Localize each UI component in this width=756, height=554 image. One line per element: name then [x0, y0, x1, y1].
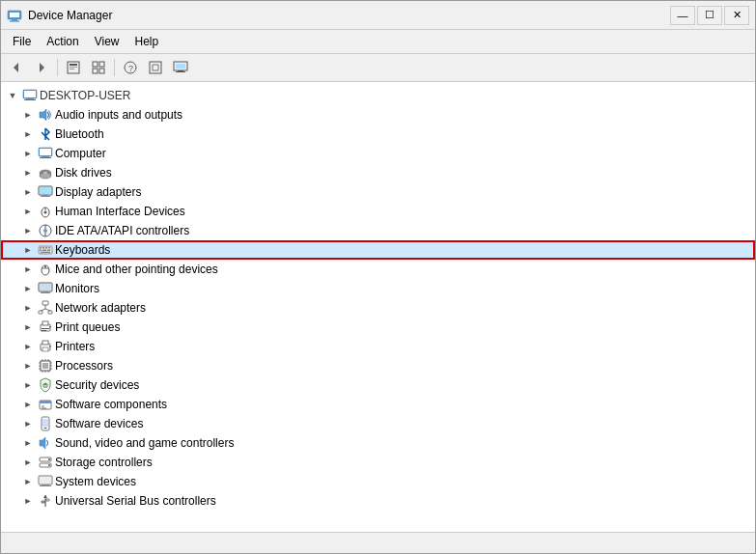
- svg-rect-51: [42, 250, 46, 252]
- network-icon: [38, 300, 53, 316]
- tree-item-sound[interactable]: ► Sound, video and game controllers: [1, 433, 755, 453]
- tree-item-system-devices[interactable]: ► System devices: [1, 472, 755, 491]
- menu-file[interactable]: File: [5, 32, 39, 51]
- svg-rect-60: [42, 291, 48, 292]
- print-queues-expand-icon: ►: [20, 319, 36, 335]
- tree-item-display[interactable]: ► Display adapters: [1, 182, 755, 202]
- audio-expand-icon: ►: [20, 107, 36, 123]
- toolbar-help-button[interactable]: ?: [119, 57, 142, 78]
- software-components-expand-icon: ►: [20, 397, 36, 412]
- svg-rect-52: [47, 250, 50, 252]
- svg-rect-108: [40, 485, 51, 486]
- disk-expand-icon: ►: [20, 165, 36, 180]
- sound-icon: [38, 435, 53, 451]
- svg-marker-100: [40, 437, 45, 449]
- toolbar-separator-1: [57, 59, 58, 76]
- svg-rect-62: [42, 301, 48, 305]
- storage-label: Storage controllers: [55, 456, 153, 469]
- storage-expand-icon: ►: [20, 455, 36, 470]
- root-expand-icon: ▼: [5, 88, 20, 103]
- storage-icon: [38, 455, 53, 470]
- toolbar-update-button[interactable]: [87, 57, 110, 78]
- network-expand-icon: ►: [20, 300, 36, 316]
- display-icon: [38, 184, 53, 200]
- svg-rect-74: [42, 341, 48, 345]
- svg-rect-72: [49, 326, 51, 328]
- tree-view[interactable]: ▼ DESKTOP-USER ►: [1, 82, 755, 532]
- tree-item-print-queues[interactable]: ► Print queues: [1, 318, 755, 337]
- printers-expand-icon: ►: [20, 339, 36, 354]
- root-computer-icon: [22, 88, 38, 103]
- menu-view[interactable]: View: [87, 32, 127, 51]
- computer-label: Computer: [55, 147, 106, 160]
- toolbar-back-button[interactable]: [5, 57, 28, 78]
- title-bar: Device Manager — ☐ ✕: [1, 1, 755, 30]
- tree-item-monitors[interactable]: ► Monitors: [1, 279, 755, 298]
- tree-item-usb[interactable]: ► Universal Serial Bus controllers: [1, 491, 755, 511]
- svg-rect-37: [41, 196, 50, 197]
- printers-label: Printers: [55, 340, 95, 353]
- svg-rect-49: [48, 247, 50, 249]
- toolbar-forward-button[interactable]: [30, 57, 53, 78]
- svg-rect-70: [42, 328, 49, 329]
- tree-item-ide[interactable]: ► IDE ATA/ATAPI controllers: [1, 221, 755, 240]
- minimize-button[interactable]: —: [670, 6, 695, 25]
- tree-item-keyboards[interactable]: ► Keyboards: [1, 240, 755, 260]
- tree-item-storage[interactable]: ► Storage controllers: [1, 453, 755, 472]
- sound-label: Sound, video and game controllers: [55, 436, 234, 450]
- menu-action[interactable]: Action: [39, 32, 86, 51]
- svg-rect-29: [40, 157, 51, 158]
- usb-label: Universal Serial Bus controllers: [55, 494, 216, 508]
- svg-rect-10: [93, 62, 98, 67]
- svg-rect-69: [42, 321, 48, 325]
- tree-item-processors[interactable]: ►: [1, 356, 755, 375]
- display-label: Display adapters: [55, 185, 141, 199]
- processors-label: Processors: [55, 359, 113, 373]
- root-label: DESKTOP-USER: [40, 89, 130, 102]
- tree-item-disk[interactable]: ► Disk drives: [1, 163, 755, 182]
- properties-icon: [67, 61, 80, 74]
- tree-item-hid[interactable]: ► Human Interface Devices: [1, 202, 755, 221]
- tree-item-bluetooth[interactable]: ► Bluetooth: [1, 125, 755, 144]
- tree-item-audio[interactable]: ► Audio inputs and outputs: [1, 105, 755, 125]
- svg-rect-11: [99, 62, 104, 67]
- tree-item-software-devices[interactable]: ► Software devices: [1, 414, 755, 433]
- tree-root[interactable]: ▼ DESKTOP-USER: [1, 86, 755, 105]
- svg-rect-7: [70, 64, 77, 66]
- security-expand-icon: ►: [20, 377, 36, 393]
- status-bar: [1, 532, 755, 553]
- computer-icon: [38, 146, 53, 161]
- tree-item-software-components[interactable]: ► Software components: [1, 395, 755, 414]
- mouse-icon: [38, 262, 53, 277]
- tree-item-computer[interactable]: ► Computer: [1, 144, 755, 163]
- svg-rect-76: [49, 346, 51, 347]
- toolbar-monitor-button[interactable]: [169, 57, 192, 78]
- processors-icon: [38, 358, 53, 374]
- svg-rect-78: [42, 363, 48, 369]
- tree-item-network[interactable]: ► Network adapters: [1, 298, 755, 318]
- toolbar-separator-2: [114, 59, 115, 76]
- tree-item-mice[interactable]: ► Mice and other pointing devices: [1, 260, 755, 279]
- system-devices-icon: [38, 474, 53, 489]
- svg-rect-64: [48, 311, 52, 314]
- tree-item-printers[interactable]: ► Printers: [1, 337, 755, 356]
- ide-icon: [38, 223, 53, 238]
- monitors-expand-icon: ►: [20, 281, 36, 296]
- toolbar-properties-button[interactable]: [62, 57, 85, 78]
- usb-icon: [38, 493, 53, 509]
- app-icon: [7, 8, 22, 23]
- menu-help[interactable]: Help: [127, 32, 167, 51]
- svg-rect-75: [42, 347, 48, 351]
- tree-item-security[interactable]: ► Security devices: [1, 375, 755, 395]
- svg-rect-47: [42, 247, 44, 249]
- svg-rect-27: [40, 149, 51, 155]
- close-button[interactable]: ✕: [724, 6, 749, 25]
- maximize-button[interactable]: ☐: [697, 6, 722, 25]
- svg-rect-98: [42, 419, 48, 427]
- svg-point-33: [43, 172, 47, 174]
- software-components-icon: [38, 397, 53, 412]
- svg-rect-112: [46, 499, 49, 501]
- monitor-icon: [173, 61, 188, 74]
- toolbar-scan-button[interactable]: [144, 57, 167, 78]
- svg-rect-1: [10, 13, 19, 17]
